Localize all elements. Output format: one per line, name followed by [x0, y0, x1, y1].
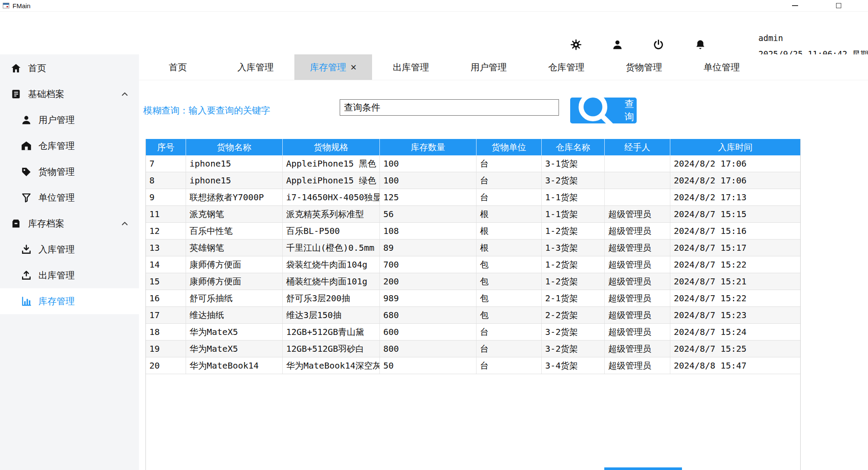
table-row[interactable]: 8iphone15AppleiPhone15 绿色100台3-2货架2024/8… [146, 172, 800, 189]
table-row[interactable]: 16舒可乐抽纸舒可乐3层200抽989包2-1货架超级管理员2024/8/7 1… [146, 290, 800, 307]
table-cell: 700 [380, 256, 477, 273]
search-icon [573, 87, 620, 134]
bell-icon[interactable] [694, 39, 706, 50]
table-cell: 派克钢笔 [186, 206, 283, 222]
table-row[interactable]: 17维达抽纸维达3层150抽680包2-2货架超级管理员2024/8/7 15:… [146, 307, 800, 324]
table-cell: 派克精英系列标准型 [283, 206, 380, 222]
column-header[interactable]: 序号 [146, 139, 186, 155]
table-cell: 康师傅方便面 [186, 273, 283, 290]
sidebar-item-ledger[interactable]: 基础档案 [0, 81, 139, 107]
column-header[interactable]: 货物规格 [283, 139, 380, 155]
tab-7[interactable]: 单位管理 [683, 54, 761, 80]
tab-3[interactable]: 出库管理 [372, 54, 450, 80]
table-row[interactable]: 20华为MateBook14华为MateBook14深空灰50台3-4货架超级管… [146, 357, 800, 374]
power-icon[interactable] [653, 39, 664, 50]
header: admin 2025/9/25 11:06:42 星期五 [0, 12, 868, 54]
table-cell: 2024/8/7 15:23 [670, 307, 800, 323]
table-cell: 百乐BL-P500 [283, 223, 380, 239]
column-header[interactable]: 经手人 [605, 139, 670, 155]
table-cell: 2024/8/7 15:22 [670, 290, 800, 306]
user-icon[interactable] [612, 39, 623, 50]
tab-4[interactable]: 用户管理 [450, 54, 527, 80]
horizontal-scrollbar-thumb[interactable] [604, 467, 682, 470]
sidebar-item-box[interactable]: 库存档案 [0, 211, 139, 237]
column-header[interactable]: 仓库名称 [542, 139, 605, 155]
box-icon [10, 218, 22, 229]
maximize-button[interactable] [829, 0, 849, 11]
sidebar-item-upload[interactable]: 出库管理 [0, 262, 139, 288]
table-row[interactable]: 12百乐中性笔百乐BL-P500108根1-2货架超级管理员2024/8/7 1… [146, 223, 800, 240]
minimize-icon [792, 5, 798, 6]
tab-bar: 首页入库管理库存管理×出库管理用户管理仓库管理货物管理单位管理 [139, 54, 868, 80]
table-cell: 台 [477, 324, 542, 340]
title-bar: FMain [0, 0, 868, 12]
column-header[interactable]: 货物名称 [186, 139, 283, 155]
table-cell: AppleiPhone15 黑色 [283, 155, 380, 172]
app-window: FMain admin 2025/9/25 11:06:42 星期五 首页基础档… [0, 0, 868, 470]
table-cell: 200 [380, 273, 477, 290]
table-cell: 根 [477, 206, 542, 222]
tab-label: 单位管理 [704, 61, 740, 73]
sidebar-item-chart[interactable]: 库存管理 [0, 288, 139, 314]
table-row[interactable]: 19华为MateX512GB+512GB羽砂白800台3-2货架超级管理员202… [146, 341, 800, 357]
table-cell: 超级管理员 [605, 273, 670, 290]
table-cell: 包 [477, 273, 542, 290]
sidebar-item-download[interactable]: 入库管理 [0, 237, 139, 262]
table-row[interactable]: 9联想拯救者Y7000Pi7-14650HX-4050独显125台1-1货架20… [146, 189, 800, 206]
table-cell: 康师傅方便面 [186, 256, 283, 273]
sidebar-item-label: 仓库管理 [38, 140, 75, 152]
table-cell: 2024/8/8 15:47 [670, 357, 800, 374]
username: admin [758, 33, 783, 43]
table-cell: 台 [477, 357, 542, 374]
table-row[interactable]: 14康师傅方便面袋装红烧牛肉面104g700包1-2货架超级管理员2024/8/… [146, 256, 800, 273]
table-row[interactable]: 15康师傅方便面桶装红烧牛肉面101g200包1-2货架超级管理员2024/8/… [146, 273, 800, 290]
tab-label: 首页 [169, 61, 187, 73]
table-cell: 20 [146, 357, 186, 374]
sidebar-item-warehouse[interactable]: 仓库管理 [0, 133, 139, 159]
column-header[interactable]: 货物单位 [477, 139, 542, 155]
minimize-button[interactable] [785, 0, 805, 11]
table-cell: 2024/8/2 17:06 [670, 155, 800, 172]
filter-icon [21, 192, 32, 203]
tab-5[interactable]: 仓库管理 [527, 54, 605, 80]
table-cell: 2024/8/7 15:22 [670, 256, 800, 273]
table-cell: 包 [477, 290, 542, 306]
table-cell: 2-1货架 [542, 290, 605, 306]
table-cell: 1-2货架 [542, 273, 605, 290]
table-cell: 袋装红烧牛肉面104g [283, 256, 380, 273]
chevron-up-icon[interactable] [120, 89, 129, 99]
tab-1[interactable]: 入库管理 [217, 54, 294, 80]
gear-icon[interactable] [570, 39, 582, 50]
query-button[interactable]: 查询 [570, 98, 637, 123]
user-icon [21, 114, 32, 126]
sidebar-item-home[interactable]: 首页 [0, 55, 139, 81]
table-cell: 超级管理员 [605, 307, 670, 323]
sidebar-item-user[interactable]: 用户管理 [0, 107, 139, 133]
table-cell: 2024/8/2 17:13 [670, 189, 800, 205]
table-row[interactable]: 11派克钢笔派克精英系列标准型56根1-1货架超级管理员2024/8/7 15:… [146, 206, 800, 223]
tab-6[interactable]: 货物管理 [605, 54, 683, 80]
sidebar-item-tag[interactable]: 货物管理 [0, 159, 139, 185]
table-cell: 1-3货架 [542, 240, 605, 256]
table-row[interactable]: 18华为MateX512GB+512GB青山黛600台3-2货架超级管理员202… [146, 324, 800, 341]
query-button-label: 查询 [625, 98, 634, 123]
tab-close-icon[interactable]: × [350, 62, 357, 73]
chevron-up-icon[interactable] [120, 219, 129, 228]
table-cell: 超级管理员 [605, 357, 670, 374]
table-cell: 超级管理员 [605, 240, 670, 256]
column-header[interactable]: 入库时间 [670, 139, 800, 155]
query-input[interactable] [340, 99, 559, 116]
sidebar-item-filter[interactable]: 单位管理 [0, 185, 139, 211]
table-row[interactable]: 7iphone15AppleiPhone15 黑色100台3-1货架2024/8… [146, 155, 800, 172]
table-cell: 3-2货架 [542, 324, 605, 340]
tab-0[interactable]: 首页 [139, 54, 217, 80]
tab-2[interactable]: 库存管理× [294, 54, 372, 80]
table-cell: 19 [146, 341, 186, 357]
table-row[interactable]: 13英雄钢笔千里江山(橙色)0.5mm89根1-3货架超级管理员2024/8/7… [146, 240, 800, 256]
table-body: 7iphone15AppleiPhone15 黑色100台3-1货架2024/8… [146, 155, 800, 374]
table-cell: 800 [380, 341, 477, 357]
query-hint-label: 模糊查询：输入要查询的关键字 [143, 104, 270, 117]
download-icon [21, 244, 32, 255]
column-header[interactable]: 库存数量 [380, 139, 477, 155]
table-cell: 680 [380, 307, 477, 323]
